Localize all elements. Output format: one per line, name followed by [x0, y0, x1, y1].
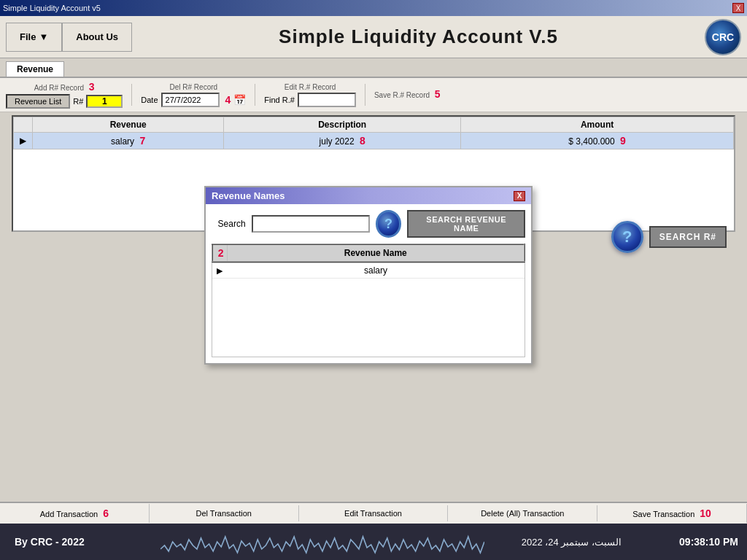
- edit-record-section: Edit R.# Record Find R.#: [264, 83, 356, 107]
- amount-badge: 9: [620, 135, 626, 147]
- modal-body: Search ? SEARCH REVENUE NAME 2 Revenue N…: [206, 204, 531, 363]
- rnum-input[interactable]: [86, 95, 123, 108]
- modal-table-body: ▶ salary: [212, 262, 525, 357]
- title-bar-text: Simple Liquidity Account v5: [3, 4, 101, 12]
- modal-close-button[interactable]: X: [514, 191, 525, 201]
- edit-record-label: Edit R.# Record: [285, 83, 336, 91]
- del-record-section: Del R# Record Date 4 📅: [141, 83, 246, 107]
- add-transaction-badge: 6: [103, 508, 109, 519]
- modal-search-button[interactable]: SEARCH REVENUE NAME: [407, 210, 525, 238]
- revenue-list-button[interactable]: Revenue List: [6, 94, 70, 109]
- add-record-label: Add R# Record 3: [34, 81, 95, 93]
- add-record-badge: 3: [89, 81, 95, 93]
- tab-bar: Revenue: [0, 58, 747, 78]
- del-record-label: Del R# Record: [170, 83, 218, 91]
- save-record-badge: 5: [435, 88, 441, 100]
- about-label: About Us: [76, 31, 118, 42]
- find-rnum-input[interactable]: [298, 93, 356, 107]
- col-revenue: Revenue: [33, 117, 224, 133]
- modal-search-row: Search ? SEARCH REVENUE NAME: [212, 210, 525, 238]
- modal-search-help-icon[interactable]: ?: [376, 210, 402, 238]
- app-logo: CRC: [705, 19, 741, 55]
- col-indicator: [14, 117, 33, 133]
- modal-table: 2 Revenue Name: [212, 244, 525, 262]
- search-rnum-button[interactable]: SEARCH R#: [649, 226, 727, 248]
- search-rnum-area: ? SEARCH R#: [611, 221, 727, 253]
- title-bar: Simple Liquidity Account v5 X: [0, 0, 747, 16]
- menu-bar: File ▼ About Us Simple Liquidity Account…: [0, 16, 747, 58]
- toolbar: Add R# Record 3 Revenue List R# Del R# R…: [0, 78, 747, 112]
- about-menu[interactable]: About Us: [62, 23, 132, 52]
- modal-badge: 2: [218, 247, 224, 259]
- search-help-icon[interactable]: ?: [611, 221, 643, 253]
- revenue-names-modal: Revenue Names X Search ? SEARCH REVENUE …: [204, 186, 533, 365]
- save-record-label: Save R.# Record 5: [374, 88, 441, 100]
- modal-search-input[interactable]: [252, 215, 370, 233]
- modal-title-bar: Revenue Names X: [206, 187, 531, 204]
- arabic-date: السبت، سبتمبر 24، 2022: [484, 537, 630, 548]
- date-input[interactable]: [161, 93, 220, 107]
- copyright-text: By CRC - 2022: [0, 536, 160, 548]
- col-description: Description: [224, 117, 461, 133]
- divider-3: [365, 84, 365, 106]
- tab-revenue-label: Revenue: [17, 64, 53, 74]
- file-arrow-icon: ▼: [39, 31, 48, 42]
- row-pointer-icon: ▶: [14, 133, 33, 149]
- divider-1: [131, 84, 132, 106]
- save-transaction-button[interactable]: Save Transaction 10: [597, 504, 747, 523]
- rnum-label: R#: [73, 97, 83, 106]
- file-menu[interactable]: File ▼: [6, 23, 62, 52]
- clock-time: 09:38:10 PM: [630, 536, 747, 548]
- add-transaction-button[interactable]: Add Transaction 6: [0, 504, 150, 523]
- cell-description: july 2022 8: [224, 133, 461, 149]
- find-rnum-label: Find R.#: [264, 96, 295, 104]
- wave-visualization: [160, 524, 484, 560]
- tab-revenue[interactable]: Revenue: [6, 61, 64, 77]
- divider-2: [255, 84, 255, 106]
- bottom-toolbar: Add Transaction 6 Del Transaction Edit T…: [0, 502, 747, 524]
- date-label: Date: [141, 96, 158, 104]
- modal-col-header: Revenue Name: [227, 244, 525, 262]
- modal-inner-table: ▶ salary: [212, 263, 525, 279]
- file-label: File: [20, 31, 36, 42]
- modal-search-label: Search: [212, 219, 246, 229]
- revenue-table: Revenue Description Amount ▶ salary 7 ju…: [13, 117, 734, 149]
- calendar-icon[interactable]: 📅: [233, 94, 246, 106]
- table-row[interactable]: ▶ salary 7 july 2022 8 $ 3,400.000 9: [14, 133, 734, 149]
- save-transaction-badge: 10: [700, 508, 711, 519]
- add-record-section: Add R# Record 3 Revenue List R#: [6, 81, 123, 109]
- edit-transaction-button[interactable]: Edit Transaction: [299, 505, 449, 521]
- modal-col-indicator: 2: [212, 244, 227, 262]
- date-badge: 4: [225, 94, 231, 106]
- app-title: Simple Liquidity Account V.5: [132, 26, 705, 48]
- modal-row-pointer: ▶: [212, 263, 227, 279]
- status-bar: By CRC - 2022 السبت، سبتمبر 24، 2022 09:…: [0, 524, 747, 560]
- description-badge: 8: [360, 135, 365, 147]
- cell-amount: $ 3,400.000 9: [461, 133, 734, 149]
- cell-revenue: salary 7: [33, 133, 224, 149]
- modal-title: Revenue Names: [212, 190, 285, 201]
- save-record-section: Save R.# Record 5: [374, 88, 441, 101]
- close-window-button[interactable]: X: [732, 3, 744, 13]
- revenue-badge: 7: [139, 135, 145, 147]
- delete-all-transaction-button[interactable]: Delete (All) Transaction: [448, 505, 597, 521]
- modal-cell-name: salary: [227, 263, 525, 279]
- logo-text: CRC: [712, 31, 734, 43]
- del-transaction-button[interactable]: Del Transaction: [150, 505, 299, 521]
- modal-table-row[interactable]: ▶ salary: [212, 263, 525, 279]
- col-amount: Amount: [461, 117, 734, 133]
